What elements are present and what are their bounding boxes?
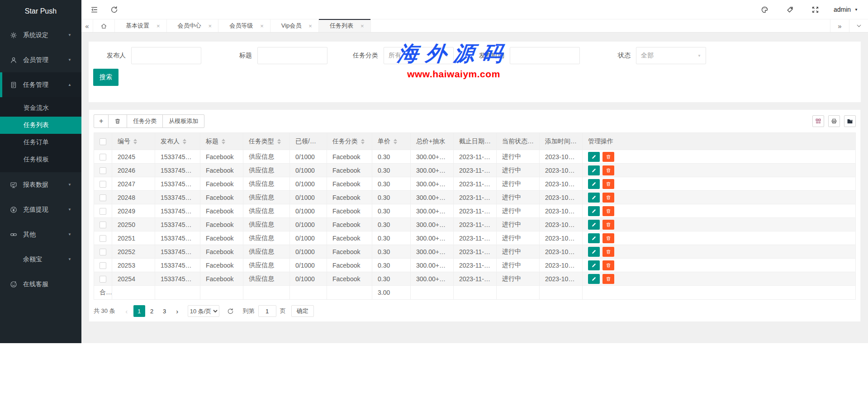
title-input[interactable]	[257, 47, 327, 64]
delete-task-button[interactable]	[602, 247, 614, 257]
sidebar-item-task-orders[interactable]: 任务订单	[0, 134, 81, 151]
scroll-tabs-left-icon[interactable]: «	[81, 19, 93, 32]
tab-basic-settings[interactable]: 基本设置×	[115, 19, 167, 32]
cell-id: 20252	[112, 245, 155, 259]
scroll-tabs-right-icon[interactable]: »	[830, 19, 849, 32]
sidebar-item-recharge-withdraw[interactable]: 充值提现▼	[0, 197, 81, 222]
goto-page-input[interactable]	[258, 305, 276, 317]
cell-total: 300.00+0.00	[411, 259, 454, 272]
delete-task-button[interactable]	[602, 179, 614, 189]
close-tab-icon[interactable]: ×	[209, 23, 212, 29]
page-button-1[interactable]: 1	[133, 305, 145, 317]
sidebar-item-others[interactable]: 其他▼	[0, 222, 81, 247]
refresh-page-icon[interactable]	[107, 2, 121, 17]
service-icon	[10, 281, 17, 288]
edit-task-button[interactable]	[588, 220, 600, 230]
admin-menu[interactable]: admin ▼	[834, 6, 858, 13]
close-tab-icon[interactable]: ×	[260, 23, 264, 29]
delete-task-button[interactable]	[602, 260, 614, 270]
delete-task-button[interactable]	[602, 152, 614, 162]
sidebar-item-task-list[interactable]: 任务列表	[0, 117, 81, 134]
search-button[interactable]: 搜索	[93, 69, 119, 86]
row-checkbox[interactable]	[100, 222, 106, 228]
delete-task-button[interactable]	[602, 206, 614, 216]
prev-page-button[interactable]: ‹	[121, 305, 133, 317]
collapse-sidebar-icon[interactable]	[87, 2, 101, 17]
edit-task-button[interactable]	[588, 260, 600, 270]
tab-member-center[interactable]: 会员中心×	[167, 19, 219, 32]
edit-task-button[interactable]	[588, 206, 600, 216]
theme-palette-icon[interactable]	[758, 2, 772, 17]
next-page-button[interactable]: ›	[171, 305, 183, 317]
delete-task-button[interactable]	[602, 233, 614, 243]
row-checkbox[interactable]	[100, 249, 106, 255]
row-checkbox[interactable]	[100, 235, 106, 242]
task-category-button[interactable]: 任务分类	[127, 114, 163, 128]
sidebar-item-fund-flow[interactable]: 资金流水	[0, 99, 81, 117]
fullscreen-icon[interactable]	[808, 2, 823, 17]
sidebar-item-online-service[interactable]: 在线客服	[0, 272, 81, 297]
column-header-price[interactable]: 单价	[372, 133, 411, 150]
column-header-deadline[interactable]: 截止日期	[454, 133, 497, 150]
sidebar-item-system-settings[interactable]: 系统设定▼	[0, 23, 81, 47]
sidebar-item-report-data[interactable]: 报表数据▼	[0, 172, 81, 197]
column-header-category[interactable]: 任务分类	[327, 133, 372, 150]
confirm-page-button[interactable]: 确定	[291, 305, 314, 317]
sidebar-item-task-templates[interactable]: 任务模板	[0, 151, 81, 168]
column-header-task_type[interactable]: 任务类型	[243, 133, 290, 150]
row-checkbox[interactable]	[100, 167, 106, 174]
close-tab-icon[interactable]: ×	[157, 23, 160, 29]
tab-task-list[interactable]: 任务列表×	[319, 19, 371, 32]
edit-task-button[interactable]	[588, 274, 600, 284]
page-button-2[interactable]: 2	[146, 305, 158, 317]
edit-task-button[interactable]	[588, 233, 600, 243]
edit-task-button[interactable]	[588, 193, 600, 203]
close-tab-icon[interactable]: ×	[308, 23, 312, 29]
close-tab-icon[interactable]: ×	[360, 23, 364, 29]
print-button[interactable]	[828, 115, 840, 127]
edit-task-button[interactable]	[588, 152, 600, 162]
row-checkbox-cell	[94, 164, 112, 177]
row-checkbox[interactable]	[100, 154, 106, 160]
tab-vip-member[interactable]: Vip会员×	[270, 19, 319, 32]
column-header-checkbox[interactable]	[94, 133, 112, 150]
row-checkbox[interactable]	[100, 262, 106, 269]
tab-operations-menu-icon[interactable]	[849, 19, 868, 32]
row-checkbox[interactable]	[100, 208, 106, 215]
tag-icon[interactable]	[783, 2, 797, 17]
tab-member-level[interactable]: 会员等级×	[218, 19, 270, 32]
export-button[interactable]	[844, 115, 856, 127]
delete-task-button[interactable]	[602, 193, 614, 203]
home-tab[interactable]	[93, 19, 115, 32]
select-all-checkbox[interactable]	[100, 138, 106, 145]
filter-columns-button[interactable]	[812, 115, 824, 127]
delete-button[interactable]	[108, 114, 127, 128]
column-header-added[interactable]: 添加时间	[540, 133, 583, 150]
publisher-input[interactable]	[131, 47, 201, 64]
row-checkbox[interactable]	[100, 194, 106, 201]
column-header-status[interactable]: 当前状态	[497, 133, 540, 150]
sidebar-item-task-management[interactable]: 任务管理▲	[0, 72, 81, 97]
column-header-id[interactable]: 编号	[112, 133, 155, 150]
publish-time-input[interactable]	[510, 47, 580, 64]
edit-task-button[interactable]	[588, 179, 600, 189]
row-checkbox[interactable]	[100, 276, 106, 283]
column-header-publisher[interactable]: 发布人	[155, 133, 200, 150]
delete-task-button[interactable]	[602, 220, 614, 230]
pagination-refresh-icon[interactable]	[225, 305, 237, 317]
edit-task-button[interactable]	[588, 165, 600, 175]
page-size-select[interactable]: 10 条/页	[188, 305, 219, 317]
sidebar-item-member-management[interactable]: 会员管理▼	[0, 47, 81, 72]
column-header-title[interactable]: 标题	[200, 133, 243, 150]
edit-task-button[interactable]	[588, 247, 600, 257]
add-from-template-button[interactable]: 从模板添加	[162, 114, 204, 128]
delete-task-button[interactable]	[602, 274, 614, 284]
add-button[interactable]: +	[94, 114, 109, 128]
page-button-3[interactable]: 3	[159, 305, 171, 317]
task-category-select[interactable]: 所有▼	[384, 47, 454, 64]
status-select[interactable]: 全部▼	[636, 47, 706, 64]
row-checkbox[interactable]	[100, 181, 106, 188]
pagination-count: 共 30 条	[94, 307, 115, 315]
sidebar-item-yuebao[interactable]: 余额宝▼	[0, 247, 81, 272]
delete-task-button[interactable]	[602, 165, 614, 175]
